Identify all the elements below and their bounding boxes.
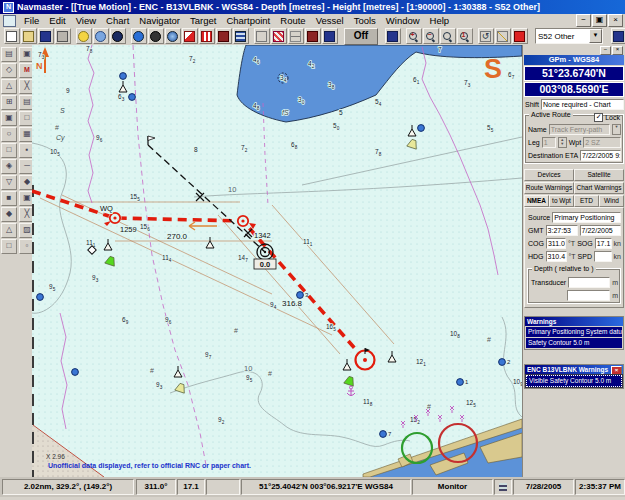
new-document-icon[interactable]: [4, 28, 20, 44]
close-button[interactable]: ×: [608, 14, 623, 27]
route-name-dropdown-icon[interactable]: ▼: [612, 124, 621, 135]
minimize-button[interactable]: −: [576, 14, 591, 27]
mob-icon[interactable]: [512, 28, 528, 44]
blue-buoy[interactable]: 3: [297, 292, 309, 299]
world-chart-icon[interactable]: [165, 28, 181, 44]
bearing-line-icon[interactable]: [182, 28, 198, 44]
position-fix-icon[interactable]: [131, 28, 147, 44]
blue-buoy[interactable]: 1: [457, 379, 469, 386]
tab-etd[interactable]: ETD: [574, 195, 599, 207]
tab-wind[interactable]: Wind: [599, 195, 624, 207]
tab-satellite[interactable]: Satellite: [574, 169, 624, 181]
restore-button[interactable]: ▣: [592, 14, 607, 27]
menu-item-help[interactable]: Help: [425, 15, 455, 26]
panel-close-button[interactable]: ×: [612, 46, 623, 55]
tab-chart-warnings[interactable]: Chart Warnings: [574, 182, 624, 194]
parallel-index-icon[interactable]: [199, 28, 215, 44]
tab-devices[interactable]: Devices: [524, 169, 574, 181]
left-tool-5-icon[interactable]: ▣: [1, 111, 17, 126]
zoom-out-icon[interactable]: −: [423, 28, 439, 44]
left-tool-11-icon[interactable]: ◆: [1, 207, 17, 222]
latitude-display: 51°23.6740'N: [524, 66, 624, 81]
grid-icon[interactable]: [233, 28, 249, 44]
chart-area[interactable]: 0.0 WQ 1259 1342 270.0 316.8 N S X 2.96 …: [32, 45, 523, 477]
blue-buoy[interactable]: [418, 125, 425, 132]
left-tool-1-icon[interactable]: ▤: [1, 47, 17, 62]
left-tool-3-icon[interactable]: △: [1, 79, 17, 94]
menu-item-chart[interactable]: Chart: [101, 15, 134, 26]
lock-checkbox[interactable]: ✓: [594, 113, 603, 122]
zoom-scale-icon[interactable]: 1: [457, 28, 473, 44]
left-tool-6-icon[interactable]: ○: [1, 127, 17, 142]
radar-overlay-icon[interactable]: [385, 28, 401, 44]
chartpoint-icon[interactable]: [216, 28, 232, 44]
chart-catalogue-icon[interactable]: [611, 28, 625, 44]
blue-buoy[interactable]: 2: [499, 359, 511, 366]
chart-document-icon[interactable]: [3, 15, 16, 27]
left-tool-12-icon[interactable]: △: [1, 223, 17, 238]
open-folder-icon[interactable]: [21, 28, 37, 44]
menu-item-vessel[interactable]: Vessel: [311, 15, 349, 26]
menu-item-navigator[interactable]: Navigator: [134, 15, 185, 26]
tab-nmea[interactable]: NMEA: [524, 195, 549, 207]
blue-buoy[interactable]: [72, 369, 79, 376]
tab-route-warnings[interactable]: Route Warnings: [524, 182, 574, 194]
route-display-icon[interactable]: [271, 28, 287, 44]
warning-item[interactable]: Safety Contour 5.0 m: [526, 338, 622, 348]
menu-item-window[interactable]: Window: [381, 15, 425, 26]
rotate-chart-icon[interactable]: ↺: [478, 28, 494, 44]
menu-item-chartpoint[interactable]: Chartpoint: [221, 15, 275, 26]
enc-warnings-window: ENC B13VLBNK Warnings × Visible Safety C…: [524, 364, 624, 389]
left-tool-10-icon[interactable]: ■: [1, 191, 17, 206]
left-tool-13-icon[interactable]: □: [1, 239, 17, 254]
depth-label: 8: [194, 146, 198, 153]
menu-item-view[interactable]: View: [71, 15, 101, 26]
orientation-icon[interactable]: [495, 28, 511, 44]
left-tool-4-icon[interactable]: ⊞: [1, 95, 17, 110]
day-palette-icon[interactable]: [76, 28, 92, 44]
select-tool-icon[interactable]: [254, 28, 270, 44]
contour-label: 10: [244, 364, 252, 373]
route-name-select[interactable]: Track Ferry-path: [549, 124, 610, 135]
disclaimer-text: Unofficial data displayed, refer to offi…: [48, 462, 251, 470]
menu-item-edit[interactable]: Edit: [44, 15, 70, 26]
left-tool-2-icon[interactable]: ◇: [1, 63, 17, 78]
leg-spinner[interactable]: ▲▼: [558, 137, 567, 148]
warning-item[interactable]: Primary Positioning System datum: [526, 327, 622, 337]
route-name-label: Name: [528, 126, 547, 133]
transducer-value: [568, 277, 610, 288]
left-tool-7-icon[interactable]: □: [1, 143, 17, 158]
left-tool-8-icon[interactable]: ◈: [1, 159, 17, 174]
zoom-window-icon[interactable]: [440, 28, 456, 44]
save-icon[interactable]: [38, 28, 54, 44]
blue-buoy[interactable]: [129, 94, 136, 101]
date-readout: 7/28/2005: [513, 479, 574, 495]
display-palette-select[interactable]: S52 Other▼: [535, 28, 603, 44]
dusk-palette-icon[interactable]: [93, 28, 109, 44]
vector-chart-icon[interactable]: [322, 28, 338, 44]
zoom-in-icon[interactable]: +: [406, 28, 422, 44]
blue-buoy[interactable]: 7: [380, 431, 392, 438]
blue-buoy[interactable]: [120, 73, 127, 80]
palette-dropdown-icon[interactable]: ▼: [589, 29, 602, 43]
sog-value: 17.1: [595, 238, 612, 249]
enc-warning-item[interactable]: Visible Safety Contour 5.0 m: [526, 375, 622, 387]
route-edit-icon[interactable]: [288, 28, 304, 44]
print-icon[interactable]: [55, 28, 71, 44]
radar-off-toggle[interactable]: Off: [344, 28, 378, 45]
left-tool-9-icon[interactable]: ▽: [1, 175, 17, 190]
menu-item-route[interactable]: Route: [275, 15, 310, 26]
panel-minimize-button[interactable]: −: [600, 46, 611, 55]
track-history-icon[interactable]: [305, 28, 321, 44]
enc-warnings-close-icon[interactable]: ×: [611, 366, 622, 375]
status-grid-icon[interactable]: [494, 479, 512, 495]
night-palette-icon[interactable]: [110, 28, 126, 44]
leg-value[interactable]: 1: [542, 137, 556, 148]
menu-item-tools[interactable]: Tools: [349, 15, 381, 26]
blue-buoy[interactable]: [37, 294, 44, 301]
destination-eta-value: 7/22/2005 9:52 A: [580, 150, 621, 161]
menu-item-file[interactable]: File: [19, 15, 44, 26]
menu-item-target[interactable]: Target: [185, 15, 221, 26]
tab-to-wpt[interactable]: to Wpt: [549, 195, 574, 207]
dr-position-icon[interactable]: [148, 28, 164, 44]
